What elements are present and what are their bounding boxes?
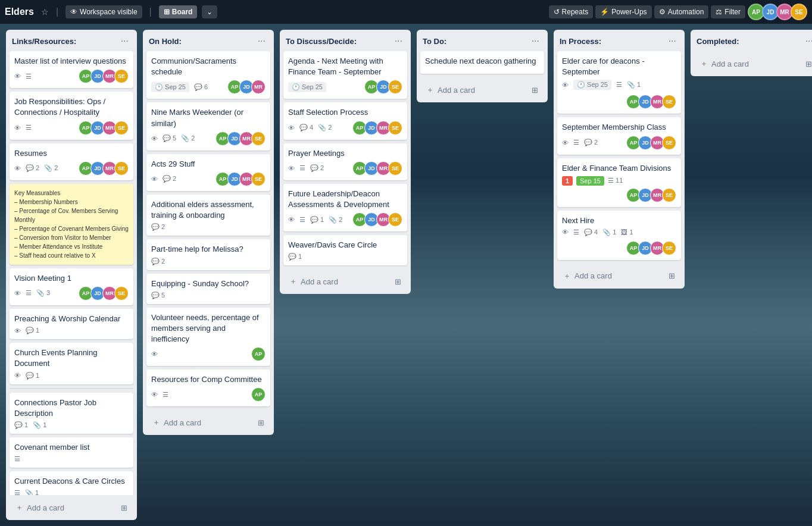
filter-button[interactable]: ⚖ Filter	[711, 5, 745, 18]
attach-badge: 📎 2	[329, 216, 342, 224]
plus-icon: ＋	[289, 276, 297, 287]
card-vision-meeting[interactable]: Vision Meeting 1 👁 ☰ 📎 3 AP JD MR SE	[10, 268, 133, 305]
card-interview-questions[interactable]: Master list of interview questions 👁 ☰ A…	[10, 51, 133, 88]
card-title: Elder care for deacons - September	[562, 56, 676, 77]
column-inprocess: In Process: ··· Elder care for deacons -…	[554, 30, 685, 289]
card-resumes[interactable]: Resumes 👁 💬 2 📎 2 AP JD MR SE	[10, 143, 133, 180]
comment-badge: 💬 4	[299, 124, 313, 132]
card-avatars: AP JD MR SE	[79, 286, 129, 300]
add-card-completed[interactable]: ＋ Add a card ⊞	[694, 54, 812, 74]
add-card-discuss[interactable]: ＋ Add a card ⊞	[283, 271, 407, 292]
column-header-onhold: On Hold: ···	[143, 30, 274, 51]
comment-badge: 💬 1	[288, 253, 302, 261]
column-menu-links[interactable]: ···	[118, 35, 131, 48]
customize-button[interactable]: ⌄	[202, 5, 217, 18]
card-schedule-deacon[interactable]: Schedule next deacon gathering	[420, 51, 544, 74]
card-sept-membership[interactable]: September Membership Class 👁 ☰ 💬 2 AP JD…	[557, 117, 681, 154]
eye-icon: 👁	[14, 165, 21, 172]
card-title: Equipping - Sunday School?	[151, 278, 266, 289]
card-meta: ☰ 📎 1	[14, 489, 129, 495]
card-church-events[interactable]: Church Events Planning Document 👁 💬 1	[10, 343, 133, 384]
avatar-se[interactable]: SE	[791, 4, 807, 20]
board-view-button[interactable]: ⊞ Board	[159, 5, 198, 18]
avatar: SE	[114, 161, 129, 176]
eye-icon: 👁	[151, 176, 158, 183]
sticky-text: Key Measurables – Membership Numbers – P…	[14, 189, 129, 260]
eye-icon: 👁	[14, 327, 21, 334]
card-additional-elders[interactable]: Additional elders assessment, training &…	[146, 195, 270, 236]
comment-badge: 💬 2	[151, 223, 165, 231]
card-communion[interactable]: Communion/Sacraments schedule 🕐 Sep 25 💬…	[146, 51, 270, 99]
label-count-red: 1	[562, 176, 573, 186]
card-prayer-meetings[interactable]: Prayer Meetings 👁 ☰ 💬 2 AP JD MR SE	[283, 143, 407, 180]
eye-icon: 👁	[288, 124, 295, 132]
card-elder-finance-divisions[interactable]: Elder & Finance Team Divisions 1 Sep 15 …	[557, 158, 681, 207]
comment-badge: 💬 5	[163, 134, 176, 142]
card-key-measurables[interactable]: Key Measurables – Membership Numbers – P…	[10, 184, 133, 265]
comment-badge: 💬 1	[26, 372, 39, 380]
attach-badge: 📎 3	[36, 289, 50, 297]
card-equipping-sunday[interactable]: Equipping - Sunday School? 💬 5	[146, 274, 270, 304]
comment-badge: 💬 1	[26, 327, 39, 334]
plus-icon: ＋	[152, 417, 160, 428]
card-covenant-member-list[interactable]: Covenant member list ☰	[10, 437, 133, 468]
card-acts29[interactable]: Acts 29 Stuff 👁 💬 2 AP JD MR SE	[146, 154, 270, 191]
list-icon: ☰	[616, 81, 622, 89]
card-avatars: AP JD MR SE	[352, 212, 402, 227]
card-meta: 👁 ☰ 💬 2 AP JD MR SE	[562, 136, 676, 150]
comment-badge: 💬 6	[194, 83, 208, 91]
card-meta: 💬 2	[151, 258, 266, 265]
card-staff-selection[interactable]: Staff Selection Process 👁 💬 4 📎 2 AP JD …	[283, 102, 407, 139]
powerups-button[interactable]: ⚡ Power-Ups	[595, 5, 651, 18]
column-menu-todo[interactable]: ···	[529, 35, 542, 48]
card-future-leadership[interactable]: Future Leadership/Deacon Assessments & D…	[283, 184, 407, 231]
list-icon: ☰	[26, 124, 32, 132]
column-menu-onhold[interactable]: ···	[255, 35, 268, 48]
add-card-todo[interactable]: ＋ Add a card ⊞	[420, 80, 544, 100]
repeats-label: Repeats	[562, 8, 589, 16]
card-agenda-finance[interactable]: Agenda - Next Meeting with Finance Team …	[283, 51, 407, 99]
card-meta: 👁 💬 1	[14, 372, 129, 380]
card-elder-care-deacons[interactable]: Elder care for deacons - September 👁 🕐 S…	[557, 51, 681, 114]
workspace-icon: 👁	[70, 8, 77, 16]
card-next-hire[interactable]: Next Hire 👁 ☰ 💬 4 📎 1 🖼 1 AP JD MR SE	[557, 211, 681, 260]
avatar: SE	[114, 69, 129, 83]
repeats-button[interactable]: ↺ Repeats	[549, 5, 594, 18]
column-body-onhold: Communion/Sacraments schedule 🕐 Sep 25 💬…	[143, 51, 274, 410]
eye-icon: 👁	[14, 124, 21, 132]
card-title: Nine Marks Weekender (or similar)	[151, 107, 266, 129]
star-icon[interactable]: ☆	[41, 7, 49, 17]
card-connections-pastor[interactable]: Connections Pastor Job Description 💬 1 📎…	[10, 393, 133, 434]
card-volunteer-needs[interactable]: Volunteer needs, percentage of members s…	[146, 308, 270, 367]
card-resources-comp[interactable]: Resources for Comp Committee 👁 ☰ AP	[146, 370, 270, 406]
column-menu-discuss[interactable]: ···	[392, 35, 405, 48]
board-label: Board	[172, 8, 193, 16]
avatar: SE	[114, 286, 129, 300]
avatar: SE	[662, 95, 676, 109]
card-meta: 👁 🕐 Sep 25 ☰ 📎 1 AP JD MR SE	[562, 80, 676, 109]
column-menu-inprocess[interactable]: ···	[666, 35, 679, 48]
card-weaver-davis[interactable]: Weaver/Davis Care Circle 💬 1	[283, 235, 407, 265]
automation-button[interactable]: ⚙ Automation	[654, 5, 709, 18]
card-title: Resources for Comp Committee	[151, 374, 266, 385]
column-menu-completed[interactable]: ···	[803, 35, 812, 48]
template-icon: ⊞	[805, 60, 812, 68]
card-title: Part-time help for Melissa?	[151, 244, 266, 255]
list-icon: ☰	[299, 216, 305, 224]
template-icon: ⊞	[258, 418, 264, 427]
comment-badge: 💬 2	[151, 258, 165, 265]
card-parttime-melissa[interactable]: Part-time help for Melissa? 💬 2	[146, 239, 270, 270]
card-job-responsibilities[interactable]: Job Responsibilities: Ops / Connections …	[10, 92, 133, 139]
column-header-todo: To Do: ···	[417, 30, 548, 51]
powerups-label: Power-Ups	[611, 8, 647, 16]
list-icon: ☰	[14, 489, 20, 495]
card-preaching-calendar[interactable]: Preaching & Worship Calendar 👁 💬 1	[10, 309, 133, 339]
workspace-button[interactable]: 👁 Workspace visible	[65, 5, 142, 18]
card-avatars: AP JD MR SE	[216, 132, 266, 146]
add-card-onhold[interactable]: ＋ Add a card ⊞	[146, 412, 270, 433]
card-nine-marks[interactable]: Nine Marks Weekender (or similar) 👁 💬 5 …	[146, 102, 270, 150]
card-meta: 👁 ☰ AP JD MR SE	[14, 121, 129, 135]
add-card-inprocess[interactable]: ＋ Add a card ⊞	[557, 266, 681, 286]
add-card-links[interactable]: ＋ Add a card ⊞	[10, 497, 133, 518]
card-current-deacons[interactable]: Current Deacons & Care Circles ☰ 📎 1	[10, 471, 133, 495]
